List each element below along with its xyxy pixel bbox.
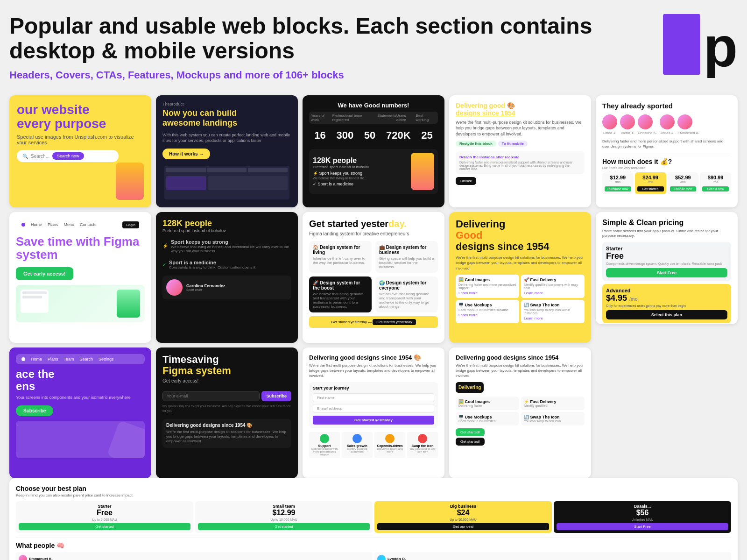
stat-16: 16 — [314, 129, 325, 142]
price-pro: $24.99 /mo Get started — [635, 172, 666, 194]
avatar-item: Victor T. — [620, 114, 635, 135]
feature-cool-images: 🖼️ Cool Images Delivering faster and mor… — [456, 275, 519, 298]
plan-big-business: Big business $24 Up to 50,000 MAU Get ou… — [374, 501, 552, 533]
page-title: Popular and usable web blocks. Each sect… — [9, 14, 663, 64]
small-team-btn[interactable]: Get started — [198, 523, 370, 530]
card-yellow-hero: our website every purpose Special use im… — [9, 95, 151, 207]
advanced-plan: Advanced $4.95 /mo Only for experienced … — [602, 284, 731, 323]
avatar-3 — [638, 114, 653, 129]
avatar-item: Jonas J. — [660, 114, 675, 135]
purchase-button[interactable]: Purchase now — [605, 186, 631, 191]
mobile-button[interactable]: To fit mobile — [498, 141, 528, 147]
plan-starter: Starter Free Up to 5,000 MAU Get started — [16, 501, 193, 533]
card-sport-dark: 128K people Preferred sport instead of b… — [156, 212, 298, 343]
sported-body: Delivering faster and more personalized … — [602, 139, 731, 149]
get-started-button[interactable]: Get started — [637, 186, 664, 191]
top-nav: Home Plans Menu Contacts Login — [16, 219, 145, 231]
card-purple-screens: Home Plans Team Search Settings ace thee… — [9, 347, 151, 478]
what-people-title: What people 🧠 — [16, 542, 731, 549]
purple-nav: Home Plans Team Search Settings — [16, 354, 145, 364]
restyle-button[interactable]: Restytle this block — [456, 141, 496, 147]
header-text-block: Popular and usable web blocks. Each sect… — [9, 14, 663, 81]
avatar-item: Linda J. — [602, 114, 617, 135]
get-started-form-button[interactable]: Get started yesterday — [313, 416, 434, 425]
sport-list: ⚡ Sport keeps you strong We believe that… — [162, 238, 291, 271]
timesaving-subscribe-button[interactable]: Subscribe — [261, 391, 291, 401]
numbers-row: 16 300 50 720K 25 — [309, 129, 438, 142]
logo: p — [663, 14, 738, 79]
testimonial-avatar — [166, 279, 183, 296]
dark-builder-body: With this web system you can create perf… — [162, 132, 291, 144]
laptop-mockup — [162, 164, 291, 201]
logo-p-letter: p — [704, 19, 738, 75]
get-started-btn-2[interactable]: Get started! — [456, 438, 485, 446]
card-dark-builder: Theproduct Now you can build awesome lan… — [156, 95, 298, 207]
page-header: Popular and usable web blocks. Each sect… — [9, 9, 738, 86]
learn-more-link-4[interactable]: Learn more — [524, 316, 582, 320]
start-free-button[interactable]: Start Free — [606, 268, 727, 277]
search-button[interactable]: Search now — [52, 152, 84, 160]
subscribe-button[interactable]: Subscribe — [16, 405, 53, 416]
choose-plan-button[interactable]: Choose their — [670, 186, 697, 191]
brand-name: Theproduct — [162, 102, 291, 106]
feature-use-mockups: 🖥️ Use Mockups Each mockup is unlimited … — [456, 300, 519, 323]
premium-btn[interactable]: Start Free — [557, 523, 728, 530]
learn-more-link-3[interactable]: Learn more — [458, 313, 516, 317]
starter-plan: Starter Free Components-driven design sy… — [602, 242, 731, 281]
sport-stat: 128K people — [162, 219, 291, 228]
notice-text: No spam! Only tips to get your business.… — [162, 404, 291, 413]
plan-premium: Baaals... $56 Unlimited MAU Start Free — [554, 501, 731, 533]
plan-grid: Starter Free Up to 5,000 MAU Get started… — [16, 501, 731, 533]
sported-title: They already sported — [602, 102, 731, 110]
starter-plan-btn[interactable]: Get started — [19, 523, 190, 530]
price-starter: $12.99 /mo Purchase now — [602, 172, 634, 194]
delivering-body: We're the first multi-purpose design kit… — [456, 120, 585, 137]
search-bar: 🔍 Search... Search now — [17, 150, 119, 162]
search-placeholder: Search... — [31, 154, 49, 159]
save-headline: Save time with Figma system — [16, 235, 145, 262]
page-subtitle: Headers, Covers, CTAs, Features, Mockups… — [9, 69, 663, 81]
email-input[interactable] — [162, 391, 260, 401]
big-business-btn[interactable]: Get our deal — [377, 523, 549, 530]
avatar-item: Christine K. — [638, 114, 657, 135]
unlock-button[interactable]: Unlock — [456, 177, 476, 185]
hero-person-image — [116, 163, 144, 200]
how-it-works-button[interactable]: How it works → — [162, 149, 210, 159]
logo-l-shape — [663, 14, 700, 75]
avatar-5 — [677, 114, 692, 129]
grab-now-button[interactable]: Grab it now — [702, 186, 729, 191]
stat-25: 25 — [421, 129, 432, 142]
card-delivering: Delivering good 🎨 designs since 1954 We'… — [449, 95, 591, 207]
card-save-time: Home Plans Menu Contacts Login Save time… — [9, 212, 151, 343]
avatar-row: Linda J. Victor T. Christine K. Jonas J.… — [602, 114, 731, 135]
avatar-1 — [602, 114, 617, 129]
numbers-title: We have Good numbers! — [309, 102, 438, 109]
get-started-btn[interactable]: Get started! — [456, 428, 485, 436]
card-get-started: Get started yesterday. Figma landing sys… — [303, 212, 444, 343]
card-delivering-yellow: Delivering Good designs since 1954 We're… — [449, 212, 591, 343]
testimonial-1: Emmanuel K. You guys rock! Best. Product… — [16, 552, 373, 560]
card-simple-pricing-1: Simple & Clean pricing Paste some screen… — [596, 212, 738, 324]
price-enterprise: $90.99 /mo Grab it now — [700, 172, 731, 194]
simple-pricing-title: Simple & Clean pricing — [602, 219, 731, 227]
plan-small-team: Small team $12.99 Up to 10,000 MAU Get s… — [195, 501, 373, 533]
get-access-button[interactable]: Get early access! — [16, 267, 73, 280]
started-title: Get started yesterday. — [309, 219, 438, 229]
stat-300: 300 — [336, 129, 353, 142]
avatar-item: Francesca A. — [677, 114, 699, 135]
select-plan-button[interactable]: Select this plan — [606, 310, 727, 319]
choose-plan-title: Choose your best plan — [16, 485, 731, 492]
delivering-yellow-title: Delivering Good designs since 1954 — [456, 219, 585, 253]
get-started-yesterday-button[interactable]: Get started yesterday — [373, 319, 416, 325]
yellow-hero-headline: our website every purpose — [17, 103, 144, 132]
card-choose-plan: Choose your best plan Keep in mind you c… — [9, 478, 738, 560]
email-row: Subscribe — [162, 391, 291, 401]
dark-builder-title: Now you can build awesome landings — [162, 108, 291, 128]
stat-720k: 720K — [386, 129, 411, 142]
learn-more-link[interactable]: Learn more — [458, 291, 516, 295]
learn-more-link-2[interactable]: Learn more — [524, 291, 582, 295]
login-button[interactable]: Login — [122, 221, 139, 228]
main-grid: our website every purpose Special use im… — [9, 95, 738, 478]
card-timesaving: Timesaving Figma system Get early access… — [156, 347, 298, 478]
sport-item-1: ⚡ Sport keeps you strong We believe that… — [162, 238, 291, 255]
